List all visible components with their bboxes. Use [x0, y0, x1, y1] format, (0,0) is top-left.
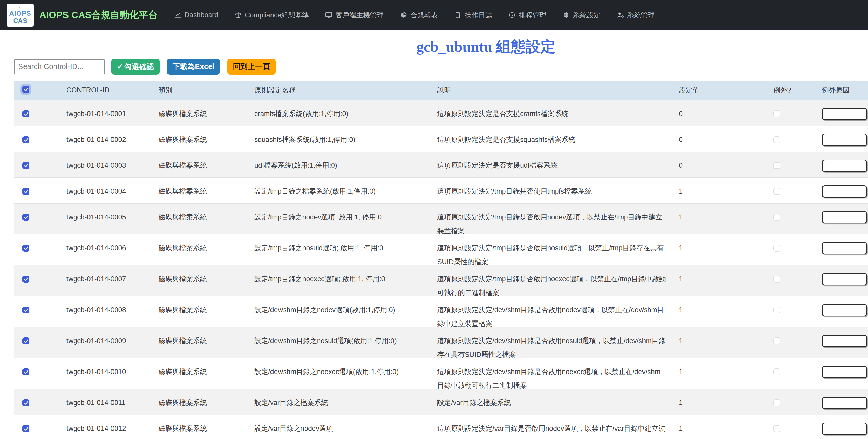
- logo-text-cas: CAS: [13, 18, 27, 24]
- logo-head-icon: [18, 4, 23, 8]
- exception-reason-input[interactable]: [822, 366, 867, 378]
- description-cell: 設定/var目錄之檔案系統: [431, 389, 673, 415]
- select-all-checkbox[interactable]: [23, 86, 29, 93]
- row-checkbox[interactable]: [23, 276, 29, 283]
- exception-cell: [767, 100, 815, 126]
- table-row: twgcb-01-014-0011磁碟與檔案系統設定/var目錄之檔案系統設定/…: [14, 389, 868, 415]
- nav-item-system-settings[interactable]: 系統設定: [562, 10, 600, 20]
- control-id-cell: twgcb-01-014-0010: [60, 358, 152, 389]
- policy-name-cell: 設定/dev/shm目錄之noexec選項(啟用:1,停用:0): [248, 358, 431, 389]
- description-cell: 這項原則設定決定/dev/shm目錄是否啟用nodev選項，以禁止在/dev/s…: [431, 296, 673, 327]
- nav-item-operation-logs[interactable]: 操作日誌: [454, 10, 492, 20]
- exception-reason-input[interactable]: [822, 108, 867, 120]
- exception-cell: [767, 296, 815, 327]
- download-excel-button[interactable]: 下載為Excel: [167, 59, 220, 75]
- exception-checkbox[interactable]: [773, 276, 780, 283]
- row-select-cell: [14, 203, 60, 234]
- exception-checkbox[interactable]: [773, 162, 780, 169]
- exception-reason-cell: [815, 126, 868, 152]
- table-row: twgcb-01-014-0002磁碟與檔案系統squashfs檔案系統(啟用:…: [14, 126, 868, 152]
- nav-item-compliance-baseline[interactable]: Compliance組態基準: [235, 10, 309, 20]
- value-cell: 1: [673, 178, 767, 203]
- nav-item-schedule[interactable]: 排程管理: [508, 10, 546, 20]
- exception-reason-cell: [815, 152, 868, 178]
- row-checkbox[interactable]: [23, 307, 29, 313]
- back-button[interactable]: 回到上一頁: [227, 59, 276, 75]
- exception-cell: [767, 178, 815, 203]
- clock-icon: [508, 11, 516, 19]
- row-select-cell: [14, 126, 60, 152]
- app-logo: AIOPS CAS: [7, 4, 34, 27]
- value-cell: 1: [673, 296, 767, 327]
- search-input[interactable]: [14, 59, 105, 74]
- exception-reason-cell: [815, 389, 868, 415]
- value-cell: 1: [673, 265, 767, 296]
- exception-reason-input[interactable]: [822, 397, 867, 409]
- nav-item-client-hosts[interactable]: 客戶端主機管理: [325, 10, 384, 20]
- policy-name-cell: 設定/tmp目錄之nosuid選項; 啟用:1, 停用:0: [248, 234, 431, 265]
- table-row: twgcb-01-014-0003磁碟與檔案系統udf檔案系統(啟用:1,停用:…: [14, 152, 868, 178]
- row-select-cell: [14, 415, 60, 439]
- value-cell: 1: [673, 358, 767, 389]
- row-checkbox[interactable]: [23, 214, 29, 221]
- policy-name-cell: 設定/tmp目錄之nodev選項; 啟用:1, 停用:0: [248, 203, 431, 234]
- exception-reason-input[interactable]: [822, 211, 867, 223]
- row-checkbox[interactable]: [23, 425, 29, 432]
- exception-checkbox[interactable]: [773, 188, 780, 195]
- exception-checkbox[interactable]: [773, 369, 780, 375]
- table-row: twgcb-01-014-0009磁碟與檔案系統設定/dev/shm目錄之nos…: [14, 327, 868, 358]
- row-checkbox[interactable]: [23, 136, 29, 143]
- category-cell: 磁碟與檔案系統: [152, 234, 248, 265]
- policy-name-cell: 設定/var目錄之檔案系統: [248, 389, 431, 415]
- row-checkbox[interactable]: [23, 369, 29, 375]
- exception-reason-input[interactable]: [822, 134, 867, 146]
- col-header-exception-reason: 例外原因: [815, 86, 868, 95]
- exception-checkbox[interactable]: [773, 399, 780, 406]
- exception-checkbox[interactable]: [773, 111, 780, 117]
- row-checkbox[interactable]: [23, 111, 29, 117]
- exception-checkbox[interactable]: [773, 136, 780, 143]
- table-row: twgcb-01-014-0012磁碟與檔案系統設定/var目錄之nodev選項…: [14, 415, 868, 439]
- confirm-selection-button[interactable]: ✓勾選確認: [112, 59, 159, 75]
- nav-item-reports[interactable]: 合規報表: [400, 10, 438, 20]
- row-select-cell: [14, 358, 60, 389]
- exception-reason-input[interactable]: [822, 304, 867, 316]
- exception-reason-input[interactable]: [822, 422, 867, 435]
- row-checkbox[interactable]: [23, 245, 29, 252]
- exception-reason-cell: [815, 178, 868, 203]
- value-cell: 1: [673, 327, 767, 358]
- table-row: twgcb-01-014-0005磁碟與檔案系統設定/tmp目錄之nodev選項…: [14, 203, 868, 234]
- category-cell: 磁碟與檔案系統: [152, 178, 248, 203]
- exception-reason-input[interactable]: [822, 160, 867, 172]
- row-checkbox[interactable]: [23, 338, 29, 344]
- exception-checkbox[interactable]: [773, 245, 780, 252]
- exception-reason-cell: [815, 203, 868, 234]
- description-cell: 這項原則設定決定/var目錄是否啟用nodev選項，以禁止在/var目錄中建立裝…: [431, 415, 673, 439]
- exception-checkbox[interactable]: [773, 214, 780, 221]
- control-id-cell: twgcb-01-014-0011: [60, 389, 152, 415]
- row-checkbox[interactable]: [23, 188, 29, 195]
- policy-name-cell: squashfs檔案系統(啟用:1,停用:0): [248, 126, 431, 152]
- nav-item-dashboard[interactable]: Dashboard: [174, 11, 218, 19]
- row-select-cell: [14, 152, 60, 178]
- exception-cell: [767, 415, 815, 439]
- description-cell: 這項原則設定決定/tmp目錄是否啟用noexec選項，以禁止在/tmp目錄中啟動…: [431, 265, 673, 296]
- scales-icon: [235, 11, 242, 19]
- nav-item-system-admin[interactable]: 系統管理: [617, 10, 655, 20]
- policy-name-cell: udf檔案系統(啟用:1,停用:0): [248, 152, 431, 178]
- exception-reason-input[interactable]: [822, 185, 867, 198]
- exception-cell: [767, 152, 815, 178]
- exception-checkbox[interactable]: [773, 425, 780, 432]
- description-cell: 這項原則設定決定/dev/shm目錄是否啟用noexec選項，以禁止在/dev/…: [431, 358, 673, 389]
- col-header-category: 類別: [152, 86, 248, 95]
- exception-checkbox[interactable]: [773, 338, 780, 344]
- exception-reason-input[interactable]: [822, 273, 867, 285]
- row-checkbox[interactable]: [23, 399, 29, 406]
- exception-checkbox[interactable]: [773, 307, 780, 313]
- row-checkbox[interactable]: [23, 162, 29, 169]
- exception-reason-input[interactable]: [822, 242, 867, 254]
- exception-reason-cell: [815, 100, 868, 126]
- pie-chart-icon: [400, 11, 407, 19]
- exception-reason-input[interactable]: [822, 335, 867, 347]
- exception-cell: [767, 234, 815, 265]
